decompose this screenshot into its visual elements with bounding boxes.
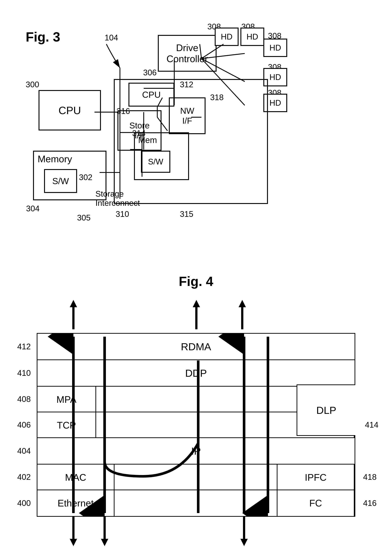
hd-label-2: HD	[246, 32, 258, 41]
svg-marker-27	[238, 300, 246, 307]
label-408: 408	[17, 395, 31, 404]
mac-label: MAC	[65, 472, 86, 483]
nas-cpu-box: CPU	[128, 83, 174, 107]
svg-marker-25	[193, 300, 200, 307]
row-ip: 404 IP	[37, 438, 355, 464]
fig3-title: Fig. 3	[26, 29, 60, 44]
ip-label: IP	[191, 445, 201, 457]
label-302: 302	[79, 173, 92, 182]
cell-mpa: MPA	[37, 387, 96, 412]
nas-sw-label: S/W	[148, 157, 163, 166]
label-305: 305	[77, 213, 91, 222]
fig4-bottom-arrows	[37, 517, 355, 550]
label-410: 410	[17, 369, 31, 378]
sw-inner-box: S/W	[44, 169, 77, 193]
cell-tcp: TCP	[37, 412, 96, 438]
label-406: 406	[17, 420, 31, 429]
cell-rdma: RDMA	[37, 334, 355, 359]
drive-controller-label: DriveController	[167, 42, 208, 64]
label-310: 310	[116, 210, 129, 219]
nas-sw-inner: S/W	[141, 151, 170, 173]
ipfc-label: IPFC	[305, 472, 327, 483]
nw-if-box: NW I/F	[169, 97, 206, 134]
cell-dlp: DLP	[297, 384, 355, 436]
fc-label: FC	[309, 498, 322, 509]
row-ethernet: 400 Ethernet FC 416	[37, 490, 355, 516]
label-312: 312	[180, 80, 193, 89]
memory-label: Memory	[38, 153, 72, 165]
row-ddp: 410 DDP	[37, 360, 355, 387]
drive-controller-box: DriveController	[158, 35, 217, 72]
fig4-top-arrows	[37, 300, 355, 333]
cell-ethernet: Ethernet	[37, 490, 114, 516]
label-318: 318	[210, 93, 224, 102]
cell-ip: IP	[37, 438, 355, 464]
cell-ipfc: IPFC	[278, 464, 355, 490]
hd-label-5: HD	[269, 98, 281, 108]
hd-label-4: HD	[269, 72, 281, 82]
svg-marker-40	[240, 539, 248, 546]
sw-label: S/W	[52, 176, 69, 186]
label-402: 402	[17, 472, 31, 482]
hd-label-1: HD	[221, 32, 232, 41]
label-416: 416	[363, 499, 377, 508]
label-104: 104	[105, 33, 118, 42]
fig4-title: Fig. 4	[15, 274, 377, 289]
svg-marker-23	[70, 300, 77, 307]
label-315: 315	[180, 210, 193, 219]
cell-mac: MAC	[37, 464, 114, 490]
hd-label-3: HD	[269, 43, 281, 52]
label-300: 300	[26, 80, 39, 89]
hd-box-1: HD	[215, 28, 238, 46]
label-304: 304	[26, 204, 39, 213]
ddp-label: DDP	[185, 367, 207, 379]
nas-cpu-label: CPU	[142, 90, 161, 100]
dlp-label: DLP	[316, 404, 336, 416]
hd-box-2: HD	[240, 28, 264, 46]
hd-box-3: HD	[263, 39, 287, 57]
cpu-box: CPU	[39, 90, 101, 130]
nas-mem-label: Mem	[138, 135, 157, 145]
label-306: 306	[143, 68, 157, 77]
svg-marker-38	[101, 539, 108, 546]
label-414: 414	[365, 420, 378, 429]
cell-ddp: DDP	[37, 360, 355, 386]
label-418: 418	[363, 472, 377, 482]
label-400: 400	[17, 499, 31, 508]
label-412: 412	[17, 342, 31, 351]
ethernet-label: Ethernet	[58, 498, 94, 509]
rdma-label: RDMA	[181, 341, 211, 353]
mpa-label: MPA	[56, 394, 77, 405]
label-404: 404	[17, 446, 31, 456]
nw-if-label: NW I/F	[180, 106, 194, 126]
cpu-label: CPU	[59, 104, 81, 116]
cell-ethernet-empty	[114, 490, 278, 516]
row-rdma: 412 RDMA	[37, 334, 355, 360]
row-mac: 402 MAC IPFC 418	[37, 464, 355, 490]
tcp-label: TCP	[57, 420, 76, 431]
svg-marker-36	[70, 539, 77, 546]
cell-fc: FC	[278, 490, 355, 516]
cell-mac-empty	[114, 464, 278, 490]
